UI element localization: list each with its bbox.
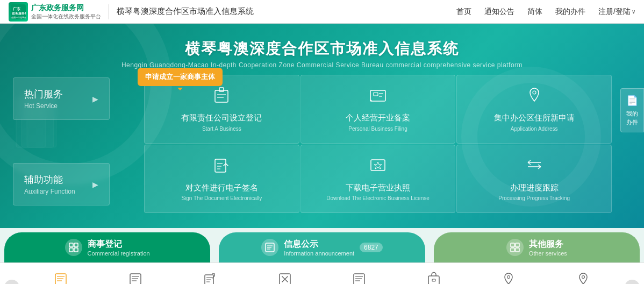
svg-rect-15 xyxy=(374,93,378,96)
nav-my-office[interactable]: 我的办件 xyxy=(555,7,585,17)
service-company-reg-cn: 有限责任公司设立登记 xyxy=(181,112,262,123)
service-item-office-address[interactable]: 集中办公区住所新申请 Application Address xyxy=(456,75,612,144)
nav-simplified[interactable]: 简体 xyxy=(527,7,542,17)
logo-text: 广东政务服务网 全国一体化在线政务服务平台 xyxy=(31,3,101,20)
nav-notice[interactable]: 通知公告 xyxy=(484,7,514,17)
hot-service-arrow: ▶ xyxy=(92,95,98,103)
aux-function-arrow: ▶ xyxy=(92,180,98,189)
service-e-license-cn: 下载电子营业执照 xyxy=(346,182,410,193)
hot-service-text: 热门服务 Hot Service xyxy=(24,88,63,110)
nav-register[interactable]: 注册/登陆 xyxy=(598,7,635,17)
service-row-2: 对文件进行电子签名 Sign The Document Electronical… xyxy=(144,145,612,214)
progress-icon xyxy=(525,156,544,178)
svg-rect-42 xyxy=(511,248,514,252)
hot-service-en: Hot Service xyxy=(24,102,63,110)
carousel-item-1[interactable]: 设立登记 xyxy=(98,272,173,284)
carousel-next-arrow[interactable]: ▶ xyxy=(625,280,640,284)
carousel-icon-2 xyxy=(176,272,245,284)
tab-other-en: Other services xyxy=(529,250,567,257)
logo-area: 广东 政务服务网 全国一体化平台 广东政务服务网 全国一体化在线政务服务平台 xyxy=(9,2,101,22)
carousel-prev-arrow[interactable]: ◀ xyxy=(4,280,19,284)
svg-rect-33 xyxy=(74,243,78,247)
service-e-sign-en: Sign The Document Electronically xyxy=(181,195,262,202)
aux-function-text: 辅助功能 Auxiliary Function xyxy=(24,173,75,195)
service-personal-biz-cn: 个人经营开业备案 xyxy=(346,112,410,123)
tab-other[interactable]: 其他服务 Other services xyxy=(434,232,640,262)
tab-info-text: 信息公示 Information announcement xyxy=(284,239,354,257)
tab-commercial-en: Commercial registration xyxy=(88,250,150,257)
logo-icon: 广东 政务服务网 全国一体化平台 xyxy=(9,2,28,22)
carousel-item-4[interactable]: 歇业备案 xyxy=(322,272,397,284)
svg-rect-64 xyxy=(432,279,435,281)
service-progress-en: Processing Progress Tracking xyxy=(498,195,570,202)
hero-title-en: Hengqin Guangdong-Macao In-depth Coopera… xyxy=(0,61,644,69)
carousel-icon-6 xyxy=(475,272,543,284)
carousel-item-6[interactable]: 集中办公区住所申请 xyxy=(471,272,546,284)
service-company-reg-en: Start A Business xyxy=(202,125,241,132)
service-e-license-en: Download The Electronic Business License xyxy=(326,195,430,202)
carousel-item-7[interactable]: 集联注册信息报备 xyxy=(546,272,620,284)
tab-info-en: Information announcement xyxy=(284,250,354,257)
service-item-progress[interactable]: 办理进度跟踪 Processing Progress Tracking xyxy=(456,145,612,214)
aux-function-en: Auxiliary Function xyxy=(24,188,75,195)
aux-function-cn: 辅助功能 xyxy=(24,173,75,186)
header-divider xyxy=(109,4,109,19)
carousel-icon-7 xyxy=(549,272,617,284)
svg-point-18 xyxy=(370,100,372,102)
tab-info-count: 6827 xyxy=(360,243,383,252)
aux-function-panel[interactable]: 辅助功能 Auxiliary Function ▶ xyxy=(13,163,110,205)
svg-rect-11 xyxy=(219,88,224,91)
tooltip-bubble: 申请成立一家商事主体 xyxy=(138,68,223,86)
service-item-e-sign[interactable]: 对文件进行电子签名 Sign The Document Electronical… xyxy=(144,145,299,214)
logo-main-name: 广东政务服务网 xyxy=(31,3,101,13)
carousel-item-3[interactable]: 注销登记 xyxy=(247,272,322,284)
hero-title-block: 横琴粤澳深度合作区市场准入信息系统 Hengqin Guangdong-Maca… xyxy=(0,39,644,69)
svg-rect-63 xyxy=(428,276,439,284)
carousel-item-2[interactable]: 变更登记（备案） xyxy=(173,272,248,284)
svg-rect-41 xyxy=(516,243,519,247)
e-sign-icon xyxy=(212,156,231,178)
service-office-addr-en: Application Address xyxy=(511,125,558,132)
tab-other-text: 其他服务 Other services xyxy=(529,239,567,257)
nav-home[interactable]: 首页 xyxy=(456,7,471,17)
service-office-addr-cn: 集中办公区住所新申请 xyxy=(494,112,575,123)
logo-sub-name: 全国一体化在线政务服务平台 xyxy=(31,13,101,20)
tab-commercial[interactable]: 商事登记 Commercial registration xyxy=(4,232,210,262)
svg-rect-40 xyxy=(511,243,514,247)
svg-rect-43 xyxy=(516,248,519,252)
carousel-icon-3 xyxy=(251,272,319,284)
carousel-icon-1 xyxy=(102,272,170,284)
service-personal-biz-en: Personal Business Filing xyxy=(348,125,407,132)
carousel-item-0[interactable]: 名称自主申报 xyxy=(24,272,98,284)
left-panel: 热门服务 Hot Service ▶ 辅助功能 Auxiliary Functi… xyxy=(0,77,118,228)
site-title: 横琴粤澳深度合作区市场准入信息系统 xyxy=(117,6,254,17)
svg-rect-10 xyxy=(215,90,228,102)
header: 广东 政务服务网 全国一体化平台 广东政务服务网 全国一体化在线政务服务平台 横… xyxy=(0,0,644,24)
svg-text:政务服务网: 政务服务网 xyxy=(11,11,26,15)
tab-info-icon xyxy=(261,239,278,256)
tab-commercial-cn: 商事登记 xyxy=(88,239,150,250)
e-license-icon xyxy=(368,156,388,178)
hot-service-panel[interactable]: 热门服务 Hot Service ▶ xyxy=(13,77,110,120)
float-office-label: 我的办件 xyxy=(626,110,638,125)
personal-biz-icon xyxy=(368,86,388,108)
tab-commercial-text: 商事登记 Commercial registration xyxy=(88,239,150,257)
hero-title-cn: 横琴粤澳深度合作区市场准入信息系统 xyxy=(0,39,644,59)
service-item-personal-biz[interactable]: 个人经营开业备案 Personal Business Filing xyxy=(300,75,456,144)
header-nav: 首页 通知公告 简体 我的办件 注册/登陆 xyxy=(456,7,635,17)
service-grid: 有限责任公司设立登记 Start A Business 个人经营开业备案 Per… xyxy=(144,75,612,214)
svg-point-66 xyxy=(582,276,584,279)
office-address-icon xyxy=(525,86,544,108)
svg-text:广东: 广东 xyxy=(12,6,21,11)
svg-text:全国一体化平台: 全国一体化平台 xyxy=(11,16,26,19)
svg-point-65 xyxy=(507,276,510,279)
svg-rect-35 xyxy=(74,248,78,252)
float-office-button[interactable]: 📄 我的办件 xyxy=(620,88,644,132)
tab-info[interactable]: 信息公示 Information announcement 6827 xyxy=(219,232,425,262)
carousel-item-5[interactable]: 企业迁移 xyxy=(397,272,471,284)
svg-point-19 xyxy=(533,91,536,94)
float-office-icon: 📄 xyxy=(624,94,640,108)
service-progress-cn: 办理进度跟踪 xyxy=(510,182,559,193)
service-item-e-license[interactable]: 下载电子营业执照 Download The Electronic Busines… xyxy=(300,145,456,214)
svg-rect-32 xyxy=(69,243,73,247)
